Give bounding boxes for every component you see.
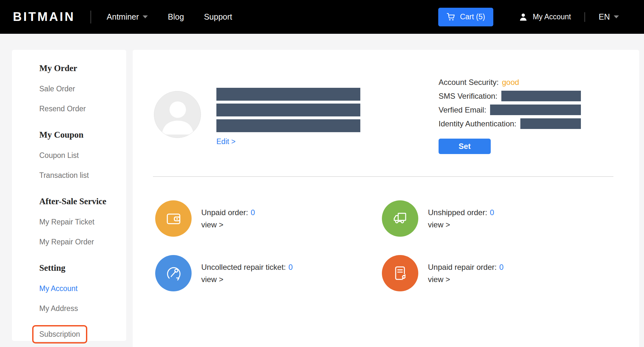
verified-email-label: Verfied Email:	[439, 105, 486, 114]
profile-redacted-lines	[216, 88, 360, 135]
my-account-nav[interactable]: My Account	[518, 12, 571, 22]
account-security-label: Account Security:	[439, 78, 499, 87]
cart-label: Cart (5)	[460, 13, 485, 21]
sidebar-item-sale-order[interactable]: Sale Order	[39, 85, 126, 93]
identity-authentication-label: Identity Authentication:	[439, 119, 516, 128]
sidebar-item-resend-order[interactable]: Resend Order	[39, 105, 126, 113]
stat-uncollected-repair-ticket: Uncollected repair ticket:0 view >	[155, 255, 382, 291]
sidebar-item-subscription[interactable]: Subscription	[32, 325, 87, 343]
avatar[interactable]	[154, 91, 201, 138]
caret-down-icon	[614, 15, 619, 18]
nav-item-label: Blog	[168, 12, 184, 22]
truck-icon	[382, 200, 418, 237]
nav-divider	[90, 11, 91, 23]
wallet-icon	[155, 200, 192, 237]
redacted-bar	[520, 118, 581, 129]
sidebar-item-my-address[interactable]: My Address	[39, 304, 126, 313]
sidebar-section-after-sale-service: After-Sale Service	[39, 196, 126, 206]
view-link[interactable]: view >	[201, 275, 293, 284]
nav-item-label: Support	[204, 12, 232, 22]
brand-logo[interactable]: BITMAIN	[13, 10, 75, 24]
stat-count[interactable]: 0	[251, 208, 255, 217]
redacted-bar	[501, 91, 581, 101]
stat-count[interactable]: 0	[499, 263, 503, 271]
cart-button[interactable]: Cart (5)	[438, 8, 493, 26]
sidebar-section-setting: Setting	[39, 263, 126, 273]
stat-count[interactable]: 0	[490, 208, 494, 217]
view-link[interactable]: view >	[428, 275, 504, 284]
nav-divider	[584, 12, 585, 22]
account-security-status: good	[502, 78, 519, 87]
stat-unpaid-order: Unpaid order:0 view >	[155, 200, 382, 237]
stat-unpaid-repair-order: Unpaid repair order:0 view >	[382, 255, 504, 291]
nav-item-support[interactable]: Support	[204, 12, 232, 22]
view-link[interactable]: view >	[428, 220, 494, 229]
repair-wrench-icon	[155, 255, 192, 291]
set-button[interactable]: Set	[439, 139, 491, 154]
sidebar-item-my-account[interactable]: My Account	[39, 284, 126, 293]
user-icon	[518, 12, 528, 22]
sidebar-section-my-coupon: My Coupon	[39, 130, 126, 140]
redacted-bar	[216, 104, 360, 116]
caret-down-icon	[143, 15, 148, 18]
nav-item-blog[interactable]: Blog	[168, 12, 184, 22]
sidebar-item-my-repair-ticket[interactable]: My Repair Ticket	[39, 218, 126, 226]
stat-label: Unpaid repair order:	[428, 263, 497, 271]
redacted-bar	[216, 119, 360, 132]
section-divider	[153, 176, 613, 177]
redacted-bar	[216, 88, 360, 101]
top-nav: BITMAIN Antminer Blog Support Cart (5)	[0, 0, 644, 34]
order-stats: Unpaid order:0 view > Unshipped order:0	[155, 200, 504, 291]
cart-icon	[447, 13, 456, 22]
stat-label: Unshipped order:	[428, 208, 487, 217]
stat-unshipped-order: Unshipped order:0 view >	[382, 200, 504, 237]
nav-item-label: Antminer	[107, 12, 139, 22]
stat-count[interactable]: 0	[289, 263, 293, 271]
person-silhouette-icon	[154, 91, 201, 138]
account-security-panel: Account Security: good SMS Verification:…	[439, 77, 581, 132]
nav-item-antminer[interactable]: Antminer	[107, 12, 148, 22]
my-account-label: My Account	[533, 13, 571, 21]
edit-profile-link[interactable]: Edit >	[216, 137, 235, 146]
sms-verification-label: SMS Verification:	[439, 92, 497, 101]
sidebar-item-my-repair-order[interactable]: My Repair Order	[39, 238, 126, 246]
sidebar-item-coupon-list[interactable]: Coupon List	[39, 151, 126, 160]
stat-label: Uncollected repair ticket:	[201, 263, 286, 271]
sidebar-section-my-order: My Order	[39, 63, 126, 73]
sidebar: My Order Sale Order Resend Order My Coup…	[12, 50, 126, 341]
main-panel: Edit > Account Security: good SMS Verifi…	[133, 50, 639, 347]
view-link[interactable]: view >	[201, 220, 255, 229]
sidebar-item-transaction-list[interactable]: Transaction list	[39, 171, 126, 180]
stat-label: Unpaid order:	[201, 208, 248, 217]
language-selector[interactable]: EN	[599, 12, 619, 22]
redacted-bar	[490, 105, 581, 115]
language-label: EN	[599, 12, 610, 22]
repair-order-icon	[382, 255, 418, 291]
